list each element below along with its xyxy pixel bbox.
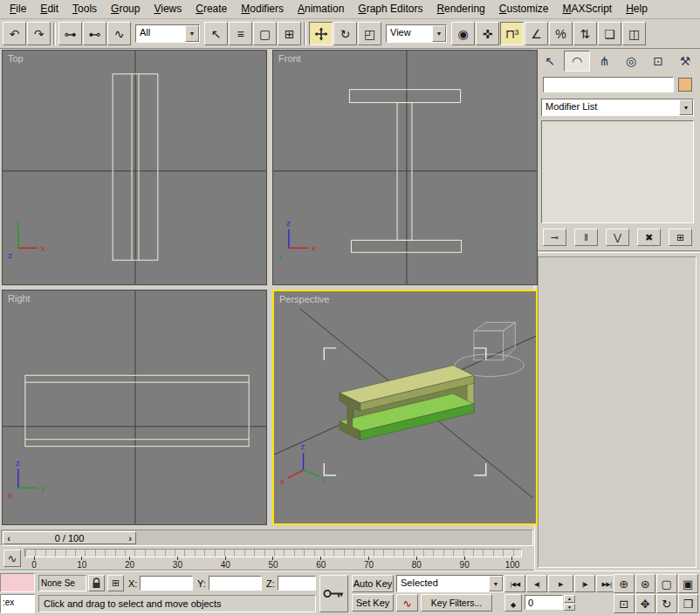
select-by-name-button[interactable]: ≡ bbox=[229, 22, 252, 45]
mirror-button[interactable]: ◫ bbox=[622, 22, 646, 45]
show-end-result-button[interactable]: ‖ bbox=[574, 229, 598, 246]
auto-key-button[interactable]: Auto Key bbox=[352, 575, 394, 592]
viewport-perspective-label[interactable]: Perspective bbox=[279, 294, 329, 304]
configure-modifier-sets-button[interactable]: ⊞ bbox=[669, 229, 692, 246]
menu-item[interactable]: Create bbox=[189, 0, 234, 18]
pin-stack-button[interactable]: ⊸ bbox=[543, 229, 566, 246]
menu-item[interactable]: Help bbox=[619, 0, 655, 18]
zoom-all-button[interactable]: ⊛ bbox=[635, 574, 656, 593]
viewport-top[interactable]: Top y x bbox=[2, 50, 267, 285]
menu-item[interactable]: File bbox=[3, 0, 33, 18]
min-max-toggle-button[interactable]: ❒ bbox=[678, 594, 699, 613]
selection-filter-dropdown[interactable]: All ▼ bbox=[135, 24, 200, 43]
menu-item[interactable]: Group bbox=[104, 0, 147, 18]
x-coordinate-field[interactable] bbox=[140, 576, 193, 591]
tab-create[interactable]: ↖ bbox=[537, 51, 563, 72]
select-and-move-button[interactable] bbox=[309, 22, 333, 45]
modifier-list-dropdown[interactable]: Modifier List ▼ bbox=[541, 99, 694, 116]
select-object-button[interactable]: ↖ bbox=[204, 22, 228, 45]
make-unique-button[interactable]: ⋁ bbox=[606, 229, 629, 246]
unlink-selection-button[interactable]: ⊷ bbox=[83, 22, 106, 45]
chevron-down-icon[interactable]: ▼ bbox=[432, 25, 446, 42]
viewport-front-label[interactable]: Front bbox=[278, 53, 301, 64]
absolute-offset-mode-toggle[interactable]: ⊞ bbox=[107, 575, 124, 591]
previous-frame-button[interactable]: ◀| bbox=[526, 575, 547, 592]
angle-snap-icon: ∠ bbox=[531, 28, 542, 40]
select-and-link-button[interactable]: ⊶ bbox=[58, 22, 82, 45]
remove-modifier-icon: ✖ bbox=[645, 233, 653, 243]
y-coordinate-field[interactable] bbox=[209, 576, 262, 591]
viewport-perspective[interactable]: Perspective bbox=[272, 290, 538, 525]
viewport-right-label[interactable]: Right bbox=[8, 293, 31, 304]
key-filter-selection-dropdown[interactable]: Selected ▼ bbox=[396, 575, 504, 592]
pan-button[interactable]: ✥ bbox=[635, 594, 656, 613]
menu-item[interactable]: Animation bbox=[291, 0, 351, 18]
menu-item[interactable]: Graph Editors bbox=[351, 0, 429, 18]
menu-item[interactable]: Edit bbox=[33, 0, 65, 18]
menu-item[interactable]: Customize bbox=[492, 0, 556, 18]
angle-snap-toggle[interactable]: ∠ bbox=[525, 22, 548, 45]
trackbar-ruler[interactable]: 0102030405060708090100 bbox=[24, 549, 522, 569]
chevron-down-icon[interactable]: ▼ bbox=[489, 576, 503, 591]
zoom-extents-button[interactable]: ▢ bbox=[656, 574, 677, 593]
time-slider-right-arrow-icon[interactable]: › bbox=[125, 533, 135, 543]
set-keys-button[interactable] bbox=[319, 575, 348, 612]
undo-button[interactable]: ↶ bbox=[3, 22, 26, 45]
set-key-mode-button[interactable]: Set Key bbox=[352, 594, 394, 612]
object-name-field[interactable] bbox=[543, 77, 674, 92]
time-slider-left-arrow-icon[interactable]: ‹ bbox=[3, 533, 14, 543]
viewport-right[interactable]: Right z y bbox=[2, 290, 267, 525]
menu-item[interactable]: Tools bbox=[65, 0, 104, 18]
open-mini-curve-editor-button[interactable]: ∿ bbox=[3, 550, 21, 567]
tab-utilities[interactable]: ⚒ bbox=[672, 51, 698, 72]
tab-display[interactable]: ⊡ bbox=[645, 51, 671, 72]
next-frame-button[interactable]: |▶ bbox=[574, 575, 595, 592]
spinner-up-icon[interactable]: ▲ bbox=[564, 595, 575, 603]
use-pivot-point-center-button[interactable]: ◉ bbox=[451, 22, 475, 45]
menu-item[interactable]: Modifiers bbox=[234, 0, 291, 18]
current-frame-field[interactable] bbox=[525, 595, 563, 610]
viewport-front[interactable]: Front z x bbox=[272, 50, 538, 285]
key-filters-button[interactable]: Key Filters... bbox=[421, 594, 492, 612]
z-coordinate-field[interactable] bbox=[278, 576, 316, 591]
chevron-down-icon[interactable]: ▼ bbox=[185, 25, 199, 42]
menu-item[interactable]: MAXScript bbox=[556, 0, 620, 18]
modifier-stack-list[interactable] bbox=[541, 120, 694, 223]
reference-coordinate-system-dropdown[interactable]: View ▼ bbox=[386, 24, 447, 43]
bind-to-space-warp-button[interactable]: ∿ bbox=[107, 22, 131, 45]
region-zoom-button[interactable]: ⊡ bbox=[614, 594, 635, 613]
tab-hierarchy[interactable]: ⋔ bbox=[591, 51, 617, 72]
tab-motion[interactable]: ◎ bbox=[618, 51, 644, 72]
object-color-swatch[interactable] bbox=[678, 78, 692, 92]
play-button[interactable]: ▶ bbox=[548, 575, 573, 592]
z-coordinate-label: Z: bbox=[266, 578, 275, 589]
menu-item[interactable]: Views bbox=[147, 0, 189, 18]
zoom-button[interactable]: ⊕ bbox=[614, 574, 635, 593]
rectangular-selection-region-button[interactable]: ▢ bbox=[253, 22, 277, 45]
time-slider-track[interactable]: ‹ 0 / 100 › bbox=[1, 530, 533, 546]
key-mode-toggle-button[interactable]: ◆ bbox=[504, 594, 522, 612]
select-and-manipulate-button[interactable]: ✜ bbox=[476, 22, 499, 45]
viewport-top-label[interactable]: Top bbox=[8, 53, 24, 64]
percent-snap-toggle[interactable]: % bbox=[549, 22, 573, 45]
go-to-start-button[interactable]: |◀◀ bbox=[504, 575, 525, 592]
snaps-toggle[interactable]: ⊓³ bbox=[500, 22, 524, 45]
window-crossing-toggle[interactable]: ⊞ bbox=[278, 22, 301, 45]
time-slider-thumb[interactable]: ‹ 0 / 100 › bbox=[3, 531, 136, 544]
maxscript-mini-listener[interactable]: :ex bbox=[0, 594, 35, 613]
spinner-down-icon[interactable]: ▼ bbox=[564, 604, 575, 612]
menu-item[interactable]: Rendering bbox=[429, 0, 491, 18]
remove-modifier-button[interactable]: ✖ bbox=[637, 229, 661, 246]
spinner-snap-toggle[interactable]: ⇅ bbox=[573, 22, 597, 45]
select-and-scale-button[interactable]: ◰ bbox=[358, 22, 381, 45]
zoom-extents-all-button[interactable]: ▣ bbox=[678, 574, 699, 593]
redo-button[interactable]: ↷ bbox=[27, 22, 51, 45]
tab-modify[interactable]: ◠ bbox=[564, 51, 590, 72]
edit-named-selection-sets-button[interactable]: ❏ bbox=[598, 22, 621, 45]
new-key-tangent-button[interactable]: ∿ bbox=[396, 594, 418, 612]
arc-rotate-button[interactable]: ↻ bbox=[656, 594, 677, 613]
selection-lock-toggle[interactable] bbox=[88, 575, 105, 591]
chevron-down-icon[interactable]: ▼ bbox=[679, 99, 693, 115]
maxscript-macro-recorder-pane[interactable] bbox=[0, 573, 35, 592]
select-and-rotate-button[interactable]: ↻ bbox=[333, 22, 357, 45]
